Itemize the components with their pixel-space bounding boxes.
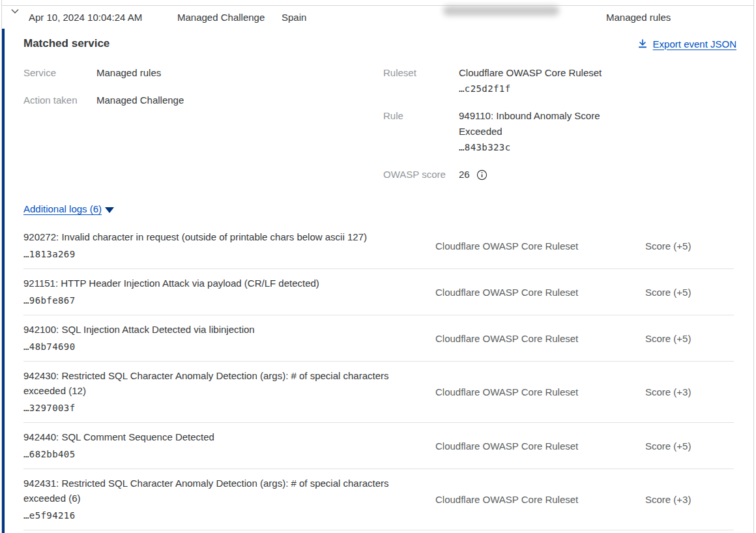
log-score: Score (+5) [645, 287, 734, 298]
field-action-taken-value: Managed Challenge [96, 93, 184, 108]
field-owasp-score: OWASP score 26 [383, 167, 615, 182]
log-row: 942440: SQL Comment Sequence Detected …6… [23, 423, 734, 469]
additional-logs-list: 920272: Invalid character in request (ou… [23, 223, 734, 530]
log-score: Score (+5) [645, 333, 734, 344]
log-rule-id: …48b74690 [23, 339, 422, 354]
info-icon[interactable] [476, 169, 487, 180]
redacted-host-value [443, 6, 559, 16]
log-rule-description: 921151: HTTP Header Injection Attack via… [23, 276, 422, 291]
log-row: 942431: Restricted SQL Character Anomaly… [23, 469, 734, 530]
chevron-down-icon[interactable] [10, 6, 20, 16]
download-icon [637, 38, 648, 49]
log-ruleset-name: Cloudflare OWASP Core Ruleset [435, 240, 645, 252]
log-rule-description: 920272: Invalid character in request (ou… [23, 229, 422, 244]
log-row: 942430: Restricted SQL Character Anomaly… [23, 362, 734, 423]
log-rule-id: …e5f94216 [23, 508, 422, 523]
log-score: Score (+5) [645, 440, 734, 452]
field-ruleset-value: Cloudflare OWASP Core Ruleset [459, 65, 615, 81]
event-service: Managed rules [606, 6, 671, 29]
log-score: Score (+5) [645, 240, 734, 252]
field-action-taken-label: Action taken [23, 93, 96, 108]
export-event-json-button[interactable]: Export event JSON [637, 38, 736, 50]
field-service: Service Managed rules [23, 65, 383, 81]
field-rule-value: 949110: Inbound Anomaly Score Exceeded [459, 108, 615, 139]
log-row: 942100: SQL Injection Attack Detected vi… [23, 315, 734, 362]
additional-logs-toggle[interactable]: Additional logs (6) [23, 203, 114, 214]
log-rule-description: 942440: SQL Comment Sequence Detected [23, 429, 422, 444]
log-ruleset-name: Cloudflare OWASP Core Ruleset [435, 287, 645, 298]
log-ruleset-name: Cloudflare OWASP Core Ruleset [435, 494, 645, 505]
event-action: Managed Challenge [177, 6, 265, 29]
field-rule-label: Rule [383, 108, 459, 155]
field-owasp-score-label: OWASP score [383, 167, 459, 182]
event-detail-panel: Matched service Export event JSON Servic… [2, 29, 753, 533]
log-rule-id: …96bfe867 [23, 293, 422, 308]
log-row: 920272: Invalid character in request (ou… [23, 223, 734, 269]
field-rule-id: …843b323c [459, 139, 615, 155]
field-ruleset-label: Ruleset [383, 65, 459, 96]
log-rule-description: 942431: Restricted SQL Character Anomaly… [23, 476, 422, 506]
field-owasp-score-value: 26 [459, 167, 470, 182]
additional-logs-label: Additional logs (6) [23, 203, 102, 214]
log-row: 921151: HTTP Header Injection Attack via… [23, 269, 734, 315]
event-country: Spain [282, 6, 306, 29]
matched-service-details: Service Managed rules Action taken Manag… [23, 65, 753, 194]
log-rule-id: …682bb405 [23, 446, 422, 462]
event-log-table: Apr 10, 2024 10:04:24 AM Managed Challen… [1, 0, 754, 533]
log-ruleset-name: Cloudflare OWASP Core Ruleset [435, 386, 645, 397]
caret-down-icon [105, 207, 114, 213]
field-ruleset: Ruleset Cloudflare OWASP Core Ruleset …c… [383, 65, 615, 96]
log-rule-id: …1813a269 [23, 246, 422, 262]
log-rule-id: …3297003f [23, 400, 422, 416]
event-timestamp: Apr 10, 2024 10:04:24 AM [29, 6, 142, 29]
field-ruleset-id: …c25d2f1f [459, 81, 615, 96]
log-score: Score (+3) [645, 494, 734, 505]
log-ruleset-name: Cloudflare OWASP Core Ruleset [435, 440, 645, 452]
event-summary-row[interactable]: Apr 10, 2024 10:04:24 AM Managed Challen… [2, 6, 753, 29]
log-score: Score (+3) [645, 386, 734, 397]
export-event-json-label: Export event JSON [653, 38, 736, 50]
log-ruleset-name: Cloudflare OWASP Core Ruleset [435, 333, 645, 344]
log-rule-description: 942430: Restricted SQL Character Anomaly… [23, 368, 422, 398]
field-service-value: Managed rules [96, 65, 161, 81]
field-action-taken: Action taken Managed Challenge [23, 93, 383, 108]
field-rule: Rule 949110: Inbound Anomaly Score Excee… [383, 108, 615, 155]
field-service-label: Service [23, 65, 96, 81]
log-rule-description: 942100: SQL Injection Attack Detected vi… [23, 322, 422, 337]
panel-title: Matched service [23, 36, 109, 51]
